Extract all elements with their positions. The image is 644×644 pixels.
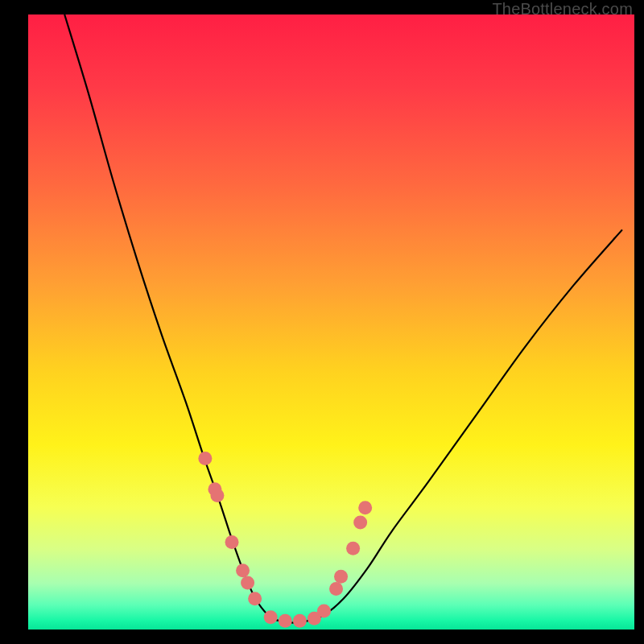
marker-point — [353, 516, 367, 530]
watermark-text: TheBottleneck.com — [492, 0, 633, 19]
marker-point — [329, 582, 343, 596]
marker-point — [248, 592, 262, 605]
marker-point — [241, 576, 254, 589]
chart-stage: TheBottleneck.com — [0, 0, 644, 644]
marker-point — [358, 501, 372, 514]
curve-layer — [28, 14, 634, 630]
marker-point — [210, 489, 224, 502]
marker-point — [225, 535, 239, 549]
marker-point — [317, 605, 331, 618]
marker-point — [293, 614, 307, 628]
marker-point — [236, 564, 250, 577]
plot-area — [28, 14, 634, 630]
marker-point — [264, 610, 278, 624]
marker-point — [198, 452, 212, 465]
marker-point — [334, 570, 348, 584]
bottleneck-curve — [64, 14, 622, 623]
highlight-markers — [198, 452, 372, 628]
marker-point — [346, 542, 360, 555]
marker-point — [279, 614, 292, 628]
